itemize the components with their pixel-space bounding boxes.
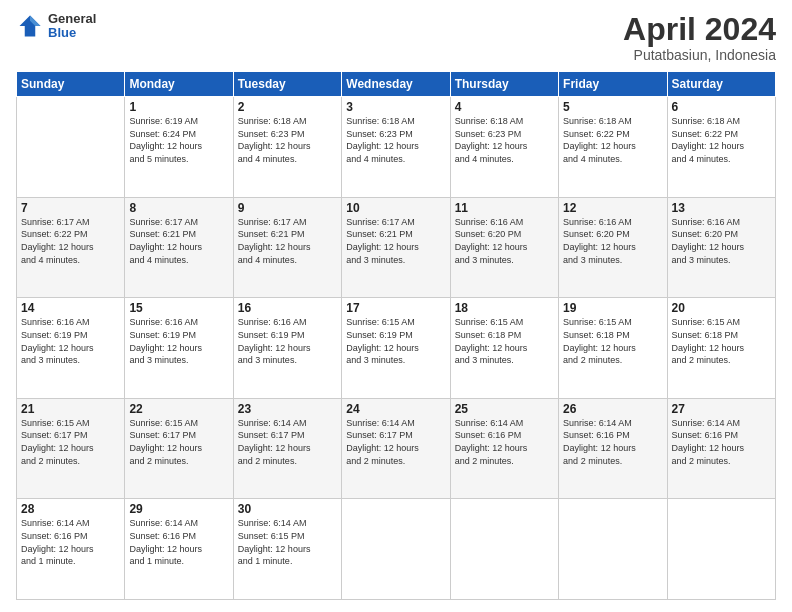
- day-number: 10: [346, 201, 445, 215]
- table-row: 13Sunrise: 6:16 AM Sunset: 6:20 PM Dayli…: [667, 197, 775, 298]
- day-number: 22: [129, 402, 228, 416]
- calendar-row: 28Sunrise: 6:14 AM Sunset: 6:16 PM Dayli…: [17, 499, 776, 600]
- calendar-row: 21Sunrise: 6:15 AM Sunset: 6:17 PM Dayli…: [17, 398, 776, 499]
- day-info: Sunrise: 6:17 AM Sunset: 6:22 PM Dayligh…: [21, 216, 120, 266]
- day-info: Sunrise: 6:17 AM Sunset: 6:21 PM Dayligh…: [346, 216, 445, 266]
- table-row: 17Sunrise: 6:15 AM Sunset: 6:19 PM Dayli…: [342, 298, 450, 399]
- table-row: 30Sunrise: 6:14 AM Sunset: 6:15 PM Dayli…: [233, 499, 341, 600]
- table-row: 15Sunrise: 6:16 AM Sunset: 6:19 PM Dayli…: [125, 298, 233, 399]
- day-info: Sunrise: 6:14 AM Sunset: 6:16 PM Dayligh…: [563, 417, 662, 467]
- day-number: 15: [129, 301, 228, 315]
- header: General Blue April 2024 Putatbasiun, Ind…: [16, 12, 776, 63]
- table-row: [667, 499, 775, 600]
- calendar-table: Sunday Monday Tuesday Wednesday Thursday…: [16, 71, 776, 600]
- logo-text: General Blue: [48, 12, 96, 41]
- table-row: 14Sunrise: 6:16 AM Sunset: 6:19 PM Dayli…: [17, 298, 125, 399]
- logo-general-text: General: [48, 12, 96, 26]
- calendar-row: 14Sunrise: 6:16 AM Sunset: 6:19 PM Dayli…: [17, 298, 776, 399]
- day-number: 6: [672, 100, 771, 114]
- table-row: 6Sunrise: 6:18 AM Sunset: 6:22 PM Daylig…: [667, 97, 775, 198]
- main-title: April 2024: [623, 12, 776, 47]
- day-number: 13: [672, 201, 771, 215]
- day-info: Sunrise: 6:14 AM Sunset: 6:16 PM Dayligh…: [21, 517, 120, 567]
- day-number: 2: [238, 100, 337, 114]
- col-wednesday: Wednesday: [342, 72, 450, 97]
- day-number: 28: [21, 502, 120, 516]
- day-number: 11: [455, 201, 554, 215]
- table-row: [17, 97, 125, 198]
- day-info: Sunrise: 6:14 AM Sunset: 6:17 PM Dayligh…: [346, 417, 445, 467]
- col-tuesday: Tuesday: [233, 72, 341, 97]
- col-sunday: Sunday: [17, 72, 125, 97]
- table-row: 2Sunrise: 6:18 AM Sunset: 6:23 PM Daylig…: [233, 97, 341, 198]
- table-row: 11Sunrise: 6:16 AM Sunset: 6:20 PM Dayli…: [450, 197, 558, 298]
- day-info: Sunrise: 6:15 AM Sunset: 6:18 PM Dayligh…: [455, 316, 554, 366]
- col-monday: Monday: [125, 72, 233, 97]
- day-number: 26: [563, 402, 662, 416]
- day-info: Sunrise: 6:18 AM Sunset: 6:23 PM Dayligh…: [346, 115, 445, 165]
- day-info: Sunrise: 6:14 AM Sunset: 6:17 PM Dayligh…: [238, 417, 337, 467]
- calendar-body: 1Sunrise: 6:19 AM Sunset: 6:24 PM Daylig…: [17, 97, 776, 600]
- table-row: 1Sunrise: 6:19 AM Sunset: 6:24 PM Daylig…: [125, 97, 233, 198]
- table-row: 23Sunrise: 6:14 AM Sunset: 6:17 PM Dayli…: [233, 398, 341, 499]
- day-number: 16: [238, 301, 337, 315]
- day-number: 4: [455, 100, 554, 114]
- logo-blue-text: Blue: [48, 26, 96, 40]
- day-number: 1: [129, 100, 228, 114]
- day-info: Sunrise: 6:15 AM Sunset: 6:17 PM Dayligh…: [129, 417, 228, 467]
- day-info: Sunrise: 6:19 AM Sunset: 6:24 PM Dayligh…: [129, 115, 228, 165]
- header-row: Sunday Monday Tuesday Wednesday Thursday…: [17, 72, 776, 97]
- day-number: 17: [346, 301, 445, 315]
- day-number: 19: [563, 301, 662, 315]
- day-number: 18: [455, 301, 554, 315]
- table-row: 8Sunrise: 6:17 AM Sunset: 6:21 PM Daylig…: [125, 197, 233, 298]
- table-row: 20Sunrise: 6:15 AM Sunset: 6:18 PM Dayli…: [667, 298, 775, 399]
- day-info: Sunrise: 6:18 AM Sunset: 6:22 PM Dayligh…: [672, 115, 771, 165]
- table-row: 22Sunrise: 6:15 AM Sunset: 6:17 PM Dayli…: [125, 398, 233, 499]
- calendar-row: 7Sunrise: 6:17 AM Sunset: 6:22 PM Daylig…: [17, 197, 776, 298]
- day-number: 25: [455, 402, 554, 416]
- day-info: Sunrise: 6:18 AM Sunset: 6:23 PM Dayligh…: [455, 115, 554, 165]
- table-row: 25Sunrise: 6:14 AM Sunset: 6:16 PM Dayli…: [450, 398, 558, 499]
- day-info: Sunrise: 6:16 AM Sunset: 6:20 PM Dayligh…: [672, 216, 771, 266]
- table-row: 24Sunrise: 6:14 AM Sunset: 6:17 PM Dayli…: [342, 398, 450, 499]
- table-row: 7Sunrise: 6:17 AM Sunset: 6:22 PM Daylig…: [17, 197, 125, 298]
- day-info: Sunrise: 6:14 AM Sunset: 6:16 PM Dayligh…: [455, 417, 554, 467]
- day-number: 30: [238, 502, 337, 516]
- title-area: April 2024 Putatbasiun, Indonesia: [623, 12, 776, 63]
- day-info: Sunrise: 6:14 AM Sunset: 6:15 PM Dayligh…: [238, 517, 337, 567]
- day-number: 5: [563, 100, 662, 114]
- day-info: Sunrise: 6:16 AM Sunset: 6:19 PM Dayligh…: [129, 316, 228, 366]
- table-row: 4Sunrise: 6:18 AM Sunset: 6:23 PM Daylig…: [450, 97, 558, 198]
- calendar-row: 1Sunrise: 6:19 AM Sunset: 6:24 PM Daylig…: [17, 97, 776, 198]
- day-info: Sunrise: 6:14 AM Sunset: 6:16 PM Dayligh…: [672, 417, 771, 467]
- table-row: [342, 499, 450, 600]
- table-row: 29Sunrise: 6:14 AM Sunset: 6:16 PM Dayli…: [125, 499, 233, 600]
- day-info: Sunrise: 6:18 AM Sunset: 6:23 PM Dayligh…: [238, 115, 337, 165]
- table-row: 5Sunrise: 6:18 AM Sunset: 6:22 PM Daylig…: [559, 97, 667, 198]
- table-row: 26Sunrise: 6:14 AM Sunset: 6:16 PM Dayli…: [559, 398, 667, 499]
- day-number: 21: [21, 402, 120, 416]
- day-number: 8: [129, 201, 228, 215]
- table-row: 28Sunrise: 6:14 AM Sunset: 6:16 PM Dayli…: [17, 499, 125, 600]
- day-info: Sunrise: 6:15 AM Sunset: 6:18 PM Dayligh…: [563, 316, 662, 366]
- day-number: 20: [672, 301, 771, 315]
- col-saturday: Saturday: [667, 72, 775, 97]
- day-number: 7: [21, 201, 120, 215]
- table-row: 21Sunrise: 6:15 AM Sunset: 6:17 PM Dayli…: [17, 398, 125, 499]
- col-friday: Friday: [559, 72, 667, 97]
- subtitle: Putatbasiun, Indonesia: [623, 47, 776, 63]
- table-row: 27Sunrise: 6:14 AM Sunset: 6:16 PM Dayli…: [667, 398, 775, 499]
- day-number: 12: [563, 201, 662, 215]
- table-row: 9Sunrise: 6:17 AM Sunset: 6:21 PM Daylig…: [233, 197, 341, 298]
- day-info: Sunrise: 6:14 AM Sunset: 6:16 PM Dayligh…: [129, 517, 228, 567]
- day-info: Sunrise: 6:15 AM Sunset: 6:19 PM Dayligh…: [346, 316, 445, 366]
- table-row: 19Sunrise: 6:15 AM Sunset: 6:18 PM Dayli…: [559, 298, 667, 399]
- table-row: 10Sunrise: 6:17 AM Sunset: 6:21 PM Dayli…: [342, 197, 450, 298]
- day-info: Sunrise: 6:17 AM Sunset: 6:21 PM Dayligh…: [129, 216, 228, 266]
- day-info: Sunrise: 6:15 AM Sunset: 6:17 PM Dayligh…: [21, 417, 120, 467]
- table-row: 16Sunrise: 6:16 AM Sunset: 6:19 PM Dayli…: [233, 298, 341, 399]
- day-info: Sunrise: 6:16 AM Sunset: 6:19 PM Dayligh…: [21, 316, 120, 366]
- logo: General Blue: [16, 12, 96, 41]
- day-number: 9: [238, 201, 337, 215]
